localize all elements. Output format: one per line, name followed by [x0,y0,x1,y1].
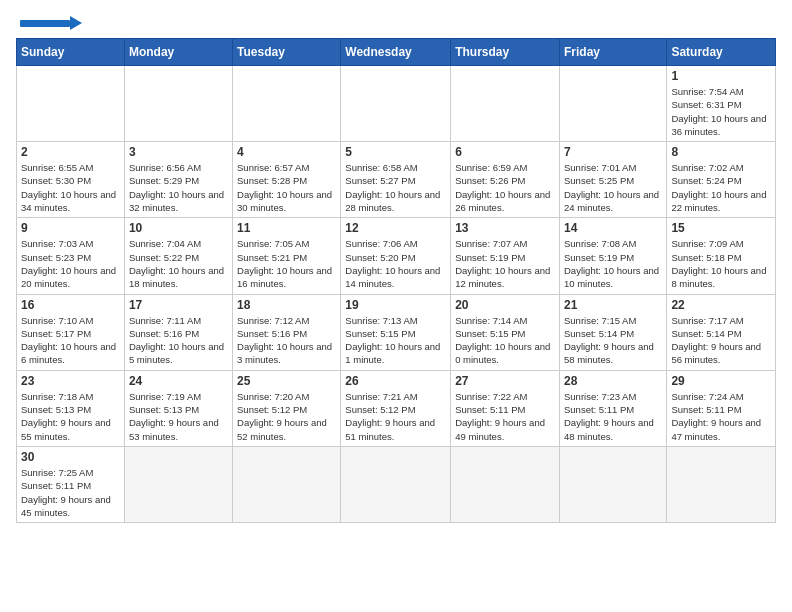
day-number: 12 [345,221,446,235]
day-number: 22 [671,298,771,312]
weekday-header-thursday: Thursday [451,39,560,66]
day-info: Sunrise: 7:20 AM Sunset: 5:12 PM Dayligh… [237,390,336,443]
weekday-header-wednesday: Wednesday [341,39,451,66]
day-info: Sunrise: 7:07 AM Sunset: 5:19 PM Dayligh… [455,237,555,290]
day-number: 5 [345,145,446,159]
day-info: Sunrise: 7:10 AM Sunset: 5:17 PM Dayligh… [21,314,120,367]
calendar-cell: 21Sunrise: 7:15 AM Sunset: 5:14 PM Dayli… [559,294,666,370]
calendar-cell: 1Sunrise: 7:54 AM Sunset: 6:31 PM Daylig… [667,66,776,142]
calendar-week-row: 23Sunrise: 7:18 AM Sunset: 5:13 PM Dayli… [17,370,776,446]
day-info: Sunrise: 7:18 AM Sunset: 5:13 PM Dayligh… [21,390,120,443]
day-info: Sunrise: 7:08 AM Sunset: 5:19 PM Dayligh… [564,237,662,290]
calendar-cell: 20Sunrise: 7:14 AM Sunset: 5:15 PM Dayli… [451,294,560,370]
calendar-cell [124,446,232,522]
day-info: Sunrise: 7:21 AM Sunset: 5:12 PM Dayligh… [345,390,446,443]
day-number: 16 [21,298,120,312]
day-number: 14 [564,221,662,235]
day-number: 17 [129,298,228,312]
day-number: 10 [129,221,228,235]
day-number: 4 [237,145,336,159]
calendar-cell: 23Sunrise: 7:18 AM Sunset: 5:13 PM Dayli… [17,370,125,446]
calendar-cell: 24Sunrise: 7:19 AM Sunset: 5:13 PM Dayli… [124,370,232,446]
calendar-cell [17,66,125,142]
day-info: Sunrise: 6:59 AM Sunset: 5:26 PM Dayligh… [455,161,555,214]
calendar-cell: 22Sunrise: 7:17 AM Sunset: 5:14 PM Dayli… [667,294,776,370]
day-number: 21 [564,298,662,312]
calendar-cell [559,66,666,142]
day-number: 15 [671,221,771,235]
day-info: Sunrise: 7:22 AM Sunset: 5:11 PM Dayligh… [455,390,555,443]
calendar-cell: 15Sunrise: 7:09 AM Sunset: 5:18 PM Dayli… [667,218,776,294]
calendar-cell: 17Sunrise: 7:11 AM Sunset: 5:16 PM Dayli… [124,294,232,370]
day-info: Sunrise: 7:24 AM Sunset: 5:11 PM Dayligh… [671,390,771,443]
day-info: Sunrise: 7:15 AM Sunset: 5:14 PM Dayligh… [564,314,662,367]
day-info: Sunrise: 7:04 AM Sunset: 5:22 PM Dayligh… [129,237,228,290]
calendar-cell: 3Sunrise: 6:56 AM Sunset: 5:29 PM Daylig… [124,142,232,218]
calendar-cell: 2Sunrise: 6:55 AM Sunset: 5:30 PM Daylig… [17,142,125,218]
calendar-cell [451,446,560,522]
calendar-cell: 4Sunrise: 6:57 AM Sunset: 5:28 PM Daylig… [233,142,341,218]
day-info: Sunrise: 7:17 AM Sunset: 5:14 PM Dayligh… [671,314,771,367]
day-info: Sunrise: 7:11 AM Sunset: 5:16 PM Dayligh… [129,314,228,367]
page-header [16,16,776,30]
day-info: Sunrise: 7:12 AM Sunset: 5:16 PM Dayligh… [237,314,336,367]
calendar-cell: 12Sunrise: 7:06 AM Sunset: 5:20 PM Dayli… [341,218,451,294]
day-info: Sunrise: 6:56 AM Sunset: 5:29 PM Dayligh… [129,161,228,214]
calendar-cell: 7Sunrise: 7:01 AM Sunset: 5:25 PM Daylig… [559,142,666,218]
day-number: 1 [671,69,771,83]
calendar-cell [124,66,232,142]
day-info: Sunrise: 7:23 AM Sunset: 5:11 PM Dayligh… [564,390,662,443]
calendar-cell: 28Sunrise: 7:23 AM Sunset: 5:11 PM Dayli… [559,370,666,446]
day-number: 29 [671,374,771,388]
day-number: 24 [129,374,228,388]
day-info: Sunrise: 7:25 AM Sunset: 5:11 PM Dayligh… [21,466,120,519]
day-number: 3 [129,145,228,159]
calendar-cell: 11Sunrise: 7:05 AM Sunset: 5:21 PM Dayli… [233,218,341,294]
calendar-week-row: 16Sunrise: 7:10 AM Sunset: 5:17 PM Dayli… [17,294,776,370]
day-number: 11 [237,221,336,235]
calendar-week-row: 2Sunrise: 6:55 AM Sunset: 5:30 PM Daylig… [17,142,776,218]
calendar-cell [341,66,451,142]
day-info: Sunrise: 7:03 AM Sunset: 5:23 PM Dayligh… [21,237,120,290]
calendar-week-row: 9Sunrise: 7:03 AM Sunset: 5:23 PM Daylig… [17,218,776,294]
day-number: 28 [564,374,662,388]
day-info: Sunrise: 7:14 AM Sunset: 5:15 PM Dayligh… [455,314,555,367]
calendar-cell [233,66,341,142]
day-info: Sunrise: 7:54 AM Sunset: 6:31 PM Dayligh… [671,85,771,138]
day-number: 7 [564,145,662,159]
day-info: Sunrise: 6:58 AM Sunset: 5:27 PM Dayligh… [345,161,446,214]
day-number: 23 [21,374,120,388]
day-info: Sunrise: 7:06 AM Sunset: 5:20 PM Dayligh… [345,237,446,290]
calendar-cell: 30Sunrise: 7:25 AM Sunset: 5:11 PM Dayli… [17,446,125,522]
day-info: Sunrise: 7:01 AM Sunset: 5:25 PM Dayligh… [564,161,662,214]
weekday-header-sunday: Sunday [17,39,125,66]
calendar-week-row: 1Sunrise: 7:54 AM Sunset: 6:31 PM Daylig… [17,66,776,142]
day-info: Sunrise: 7:02 AM Sunset: 5:24 PM Dayligh… [671,161,771,214]
weekday-header-friday: Friday [559,39,666,66]
day-number: 2 [21,145,120,159]
day-number: 18 [237,298,336,312]
calendar-cell [341,446,451,522]
day-info: Sunrise: 7:05 AM Sunset: 5:21 PM Dayligh… [237,237,336,290]
day-number: 25 [237,374,336,388]
calendar-cell [451,66,560,142]
calendar-cell: 16Sunrise: 7:10 AM Sunset: 5:17 PM Dayli… [17,294,125,370]
calendar-cell: 27Sunrise: 7:22 AM Sunset: 5:11 PM Dayli… [451,370,560,446]
day-info: Sunrise: 7:19 AM Sunset: 5:13 PM Dayligh… [129,390,228,443]
calendar-cell [559,446,666,522]
day-number: 26 [345,374,446,388]
calendar-cell: 8Sunrise: 7:02 AM Sunset: 5:24 PM Daylig… [667,142,776,218]
calendar-cell: 14Sunrise: 7:08 AM Sunset: 5:19 PM Dayli… [559,218,666,294]
calendar-week-row: 30Sunrise: 7:25 AM Sunset: 5:11 PM Dayli… [17,446,776,522]
day-number: 6 [455,145,555,159]
calendar-cell: 5Sunrise: 6:58 AM Sunset: 5:27 PM Daylig… [341,142,451,218]
calendar-cell: 10Sunrise: 7:04 AM Sunset: 5:22 PM Dayli… [124,218,232,294]
day-number: 27 [455,374,555,388]
logo [16,16,82,30]
weekday-header-tuesday: Tuesday [233,39,341,66]
calendar-cell: 18Sunrise: 7:12 AM Sunset: 5:16 PM Dayli… [233,294,341,370]
calendar-cell: 26Sunrise: 7:21 AM Sunset: 5:12 PM Dayli… [341,370,451,446]
day-number: 20 [455,298,555,312]
weekday-header-monday: Monday [124,39,232,66]
calendar-cell [233,446,341,522]
